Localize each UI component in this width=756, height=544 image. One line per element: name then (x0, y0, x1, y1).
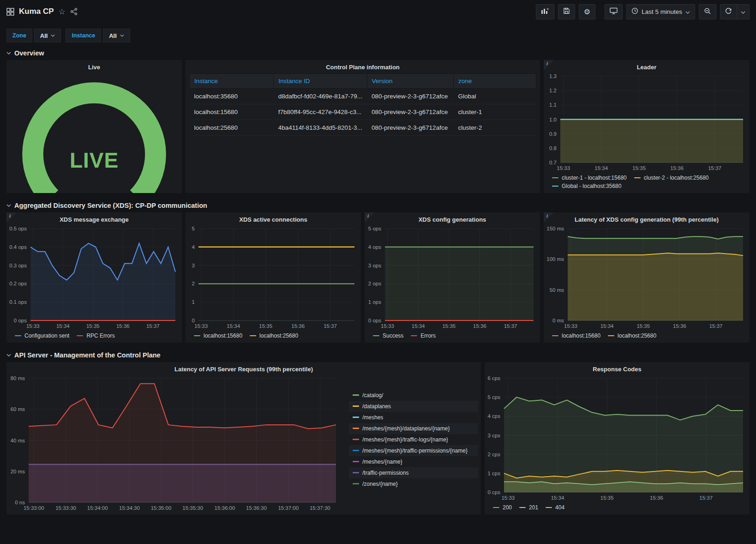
legend-series-label: /meshes/{mesh}/traffic-permissions/{name… (362, 447, 468, 454)
legend-item[interactable]: localhost:25680 (608, 332, 656, 339)
legend-series-dash (608, 335, 614, 337)
add-panel-button[interactable]: + (536, 4, 554, 19)
cycle-view-button[interactable] (605, 4, 623, 19)
y-tick-label: 150 ms (546, 226, 564, 231)
zoom-out-icon (704, 7, 711, 16)
variable-instance-select[interactable]: All (103, 29, 130, 42)
legend-series-label: /catalog/ (362, 392, 383, 399)
legend-item[interactable]: /meshes (349, 412, 478, 423)
panel-title[interactable]: Latency of XDS config generation (99th p… (544, 212, 750, 224)
table-column-header[interactable]: Instance ID (274, 74, 367, 89)
legend-item[interactable]: /meshes/{mesh}/traffic-permissions/{name… (349, 445, 478, 456)
info-icon[interactable]: i (367, 213, 369, 218)
table-column-header[interactable]: zone (454, 74, 536, 89)
dashboard-settings-button[interactable]: ⚙ (579, 4, 595, 19)
panel-title[interactable]: Response Codes (485, 362, 750, 374)
legend-item[interactable]: Global - localhost:35680 (552, 183, 621, 189)
panel-title[interactable]: Control Plane information (189, 60, 536, 72)
legend-series-label: localhost:15680 (562, 332, 600, 339)
legend-item[interactable]: /meshes/{mesh}/dataplanes/{name} (349, 423, 478, 434)
star-icon[interactable]: ☆ (59, 7, 66, 17)
y-tick-label: 3 ops (368, 263, 381, 268)
legend-item[interactable]: cluster-1 - localhost:15680 (552, 175, 627, 181)
y-tick-label: 50 ms (550, 287, 564, 293)
x-tick-label: 15:34 (412, 323, 425, 329)
legend-item[interactable]: Success (373, 332, 403, 339)
response-codes-legend: 200201404 (485, 504, 750, 514)
legend-item[interactable]: 201 (519, 504, 538, 511)
xds-config-latency-legend: localhost:15680localhost:25680 (544, 332, 750, 343)
legend-item[interactable]: Errors (411, 332, 436, 339)
x-tick-label: 15:37 (699, 495, 713, 501)
info-icon[interactable]: i (546, 60, 548, 66)
live-gauge: LIVE (6, 72, 182, 193)
panel-title[interactable]: XDS active connections (186, 212, 361, 224)
row-header-overview[interactable]: Overview (0, 45, 756, 60)
x-tick-label: 15:34:30 (119, 505, 140, 511)
legend-item[interactable]: /meshes/{name} (349, 456, 478, 467)
x-tick-label: 15:35 (442, 323, 456, 329)
legend-item[interactable]: /zones/{name} (349, 478, 478, 490)
y-tick-label: 0.1 ops (9, 299, 27, 305)
panel-title[interactable]: Leader (544, 60, 750, 72)
panel-info-corner[interactable] (6, 212, 17, 223)
dashboards-grid-icon[interactable] (6, 8, 14, 16)
x-tick-label: 15:34 (227, 323, 240, 329)
legend-item[interactable]: localhost:15680 (194, 332, 242, 339)
panel-info-corner[interactable] (544, 212, 554, 223)
legend-item[interactable]: /catalog/ (349, 390, 478, 401)
x-tick-label: 15:36:00 (215, 505, 235, 511)
panel-title[interactable]: Live (6, 60, 182, 72)
table-column-header[interactable]: Instance (190, 74, 274, 89)
legend-item[interactable]: localhost:25680 (250, 332, 298, 339)
refresh-interval-chevron[interactable] (737, 4, 750, 19)
variable-zone-select[interactable]: All (34, 29, 61, 42)
info-icon[interactable]: i (546, 213, 548, 218)
legend-item[interactable]: /traffic-permissions (349, 467, 478, 478)
legend-series-dash (353, 439, 359, 440)
y-tick-label: 1.1 (549, 102, 557, 108)
refresh-button[interactable] (720, 4, 737, 19)
time-range-button[interactable]: Last 5 minutes (626, 4, 695, 19)
legend-item[interactable]: 404 (546, 504, 564, 511)
panel-info-corner[interactable] (544, 60, 554, 70)
legend-item[interactable]: /dataplanes (349, 401, 478, 412)
legend-item[interactable]: Configuration sent (15, 332, 69, 339)
legend-item[interactable]: RPC Errors (77, 332, 114, 339)
legend-series-label: /dataplanes (362, 403, 391, 410)
x-tick-label: 15:34 (56, 323, 70, 329)
panel-title[interactable]: XDS message exchange (6, 212, 182, 224)
legend-series-dash (552, 335, 558, 337)
x-tick-label: 15:33 (381, 323, 394, 329)
legend-series-label: localhost:15680 (204, 332, 242, 339)
panel-api-latency: Latency of API Server Requests (99th per… (6, 362, 481, 514)
share-icon[interactable] (70, 8, 78, 15)
control-plane-table: InstanceInstance IDVersionzone localhost… (189, 73, 536, 136)
save-icon (563, 7, 570, 16)
panel-title[interactable]: Latency of API Server Requests (99th per… (6, 362, 481, 374)
table-cell: 080-preview-2-3-g6712afce (367, 120, 454, 136)
panel-info-corner[interactable] (365, 212, 375, 223)
row-header-api-server[interactable]: API Server - Management of the Control P… (0, 347, 756, 362)
chevron-down-icon (741, 8, 745, 15)
legend-series-dash (552, 177, 558, 179)
legend-series-dash (353, 461, 359, 462)
legend-series-dash (552, 186, 558, 187)
info-icon[interactable]: i (9, 213, 11, 218)
legend-series-label: localhost:25680 (259, 332, 298, 339)
panel-title[interactable]: XDS config generations (365, 212, 540, 224)
table-column-header[interactable]: Version (367, 74, 454, 89)
x-tick-label: 15:33:00 (24, 505, 44, 511)
y-tick-label: 6 cps (488, 375, 501, 381)
table-cell: 080-preview-2-3-g6712afce (367, 104, 454, 120)
legend-item[interactable]: cluster-2 - localhost:25680 (634, 175, 709, 181)
dashboard-title[interactable]: Kuma CP (19, 7, 54, 16)
x-tick-label: 15:35 (632, 165, 646, 171)
legend-item[interactable]: /meshes/{mesh}/traffic-logs/{name} (349, 434, 478, 445)
legend-item[interactable]: localhost:15680 (552, 332, 600, 339)
row-header-xds[interactable]: Aggregated Discovery Service (XDS): CP-D… (0, 198, 756, 212)
legend-item[interactable]: 200 (493, 504, 512, 511)
save-dashboard-button[interactable] (558, 4, 575, 19)
legend-series-dash (353, 405, 359, 407)
zoom-out-button[interactable] (699, 4, 716, 19)
